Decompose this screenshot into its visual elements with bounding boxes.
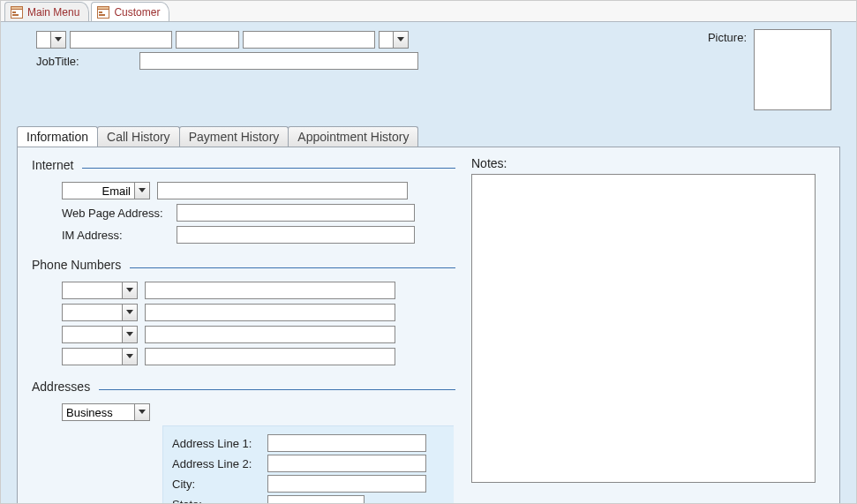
addr-line2-label: Address Line 2:	[172, 457, 262, 470]
chevron-down-icon[interactable]	[393, 32, 408, 48]
addr-line2-input[interactable]	[267, 455, 426, 472]
phone-type-input[interactable]	[63, 282, 122, 298]
phone-type-combo[interactable]	[62, 282, 138, 299]
notes-textarea[interactable]	[471, 174, 816, 483]
customer-form: JobTitle: Picture: Information Call Hist…	[1, 22, 856, 503]
addr-city-input[interactable]	[267, 475, 426, 493]
phone-row	[62, 326, 455, 343]
phones-group-label: Phone Numbers	[32, 258, 121, 272]
addr-state-input[interactable]	[267, 495, 365, 504]
chevron-down-icon[interactable]	[134, 404, 149, 420]
phone-number-input[interactable]	[145, 348, 395, 365]
webpage-label: Web Page Address:	[62, 207, 169, 220]
svg-marker-12	[126, 310, 133, 314]
chevron-down-icon[interactable]	[122, 282, 137, 298]
email-input[interactable]	[157, 182, 408, 199]
internet-group-label: Internet	[32, 158, 73, 172]
phone-number-input[interactable]	[145, 282, 395, 299]
suffix-combo[interactable]	[379, 31, 409, 49]
addr-state-label: State:	[172, 498, 262, 505]
tab-payment-history[interactable]: Payment History	[179, 126, 289, 147]
jobtitle-label: JobTitle:	[36, 55, 79, 68]
svg-marker-8	[55, 37, 62, 41]
phone-number-input[interactable]	[145, 326, 395, 343]
phone-type-input[interactable]	[63, 305, 122, 320]
email-type-input[interactable]	[63, 183, 134, 199]
tab-strip: Information Call History Payment History…	[17, 126, 840, 147]
svg-marker-14	[126, 354, 133, 358]
chevron-down-icon[interactable]	[122, 327, 137, 342]
address-subform: Address Line 1: Address Line 2: City: St…	[162, 425, 454, 504]
phone-type-combo[interactable]	[62, 304, 138, 321]
phone-row	[62, 282, 455, 299]
doc-tab-label: Customer	[114, 6, 160, 19]
phone-type-combo[interactable]	[62, 348, 138, 365]
addresses-group-label: Addresses	[32, 380, 90, 394]
address-type-combo[interactable]	[62, 403, 150, 421]
svg-rect-2	[12, 11, 16, 13]
middle-name-input[interactable]	[176, 31, 239, 49]
picture-label: Picture:	[708, 29, 747, 44]
doc-tab-main-menu[interactable]: Main Menu	[4, 2, 89, 21]
phone-number-input[interactable]	[145, 304, 395, 321]
chevron-down-icon[interactable]	[122, 349, 137, 365]
first-name-input[interactable]	[70, 31, 172, 49]
svg-rect-1	[11, 6, 23, 9]
document-tabs: Main Menu Customer	[1, 1, 856, 22]
last-name-input[interactable]	[243, 31, 375, 49]
jobtitle-input[interactable]	[139, 52, 418, 70]
email-type-combo[interactable]	[62, 182, 150, 199]
svg-marker-11	[126, 288, 133, 292]
addr-line1-label: Address Line 1:	[172, 437, 262, 450]
im-input[interactable]	[177, 226, 415, 244]
svg-marker-15	[139, 410, 146, 414]
title-combo[interactable]	[36, 31, 66, 49]
svg-rect-7	[99, 14, 105, 16]
tab-call-history[interactable]: Call History	[97, 126, 180, 147]
phone-row	[62, 348, 455, 365]
tab-panel-information: Internet Web Page Address:	[17, 147, 840, 504]
group-rule	[82, 168, 455, 169]
svg-rect-3	[12, 14, 19, 16]
phone-type-input[interactable]	[63, 349, 122, 365]
name-row	[36, 31, 708, 49]
address-type-input[interactable]	[63, 404, 134, 420]
svg-marker-9	[397, 37, 404, 41]
suffix-input[interactable]	[380, 32, 393, 48]
im-label: IM Address:	[62, 229, 169, 242]
svg-rect-6	[99, 11, 102, 13]
form-icon	[97, 6, 109, 19]
svg-rect-5	[98, 6, 109, 9]
webpage-input[interactable]	[177, 204, 415, 222]
chevron-down-icon[interactable]	[134, 183, 149, 199]
picture-box[interactable]	[754, 29, 831, 110]
group-rule	[99, 389, 455, 390]
form-icon	[11, 6, 23, 19]
title-input[interactable]	[37, 32, 50, 48]
tab-appointment-history[interactable]: Appointment History	[288, 126, 418, 147]
chevron-down-icon[interactable]	[50, 32, 65, 48]
chevron-down-icon[interactable]	[122, 305, 137, 320]
svg-marker-13	[126, 332, 133, 336]
phone-row	[62, 304, 455, 321]
doc-tab-customer[interactable]: Customer	[91, 2, 169, 21]
group-rule	[130, 267, 455, 268]
addr-city-label: City:	[172, 478, 262, 491]
notes-label: Notes:	[471, 156, 825, 170]
phone-type-input[interactable]	[63, 327, 122, 342]
phone-type-combo[interactable]	[62, 326, 138, 343]
tab-information[interactable]: Information	[17, 126, 98, 147]
doc-tab-label: Main Menu	[27, 6, 79, 19]
addr-line1-input[interactable]	[267, 434, 426, 452]
svg-marker-10	[139, 188, 146, 192]
